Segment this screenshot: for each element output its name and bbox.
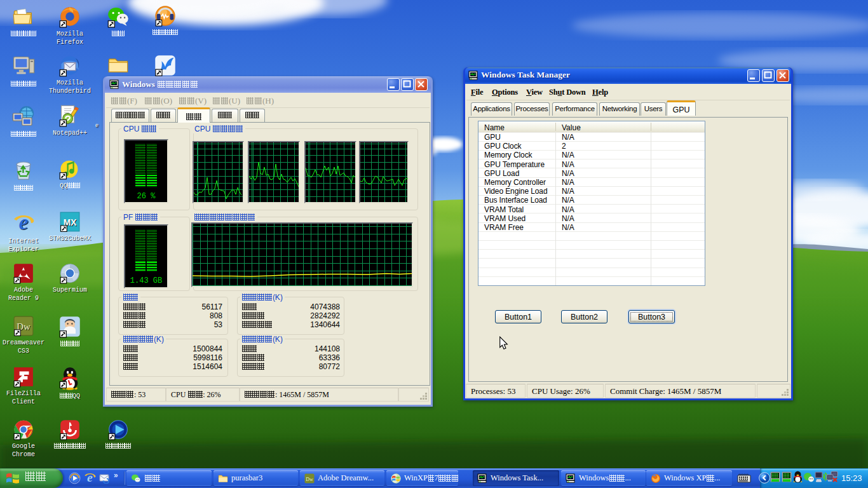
svg-text:e: e — [18, 211, 28, 234]
svg-text:Dw: Dw — [306, 476, 313, 482]
svg-text:e: e — [87, 471, 93, 484]
